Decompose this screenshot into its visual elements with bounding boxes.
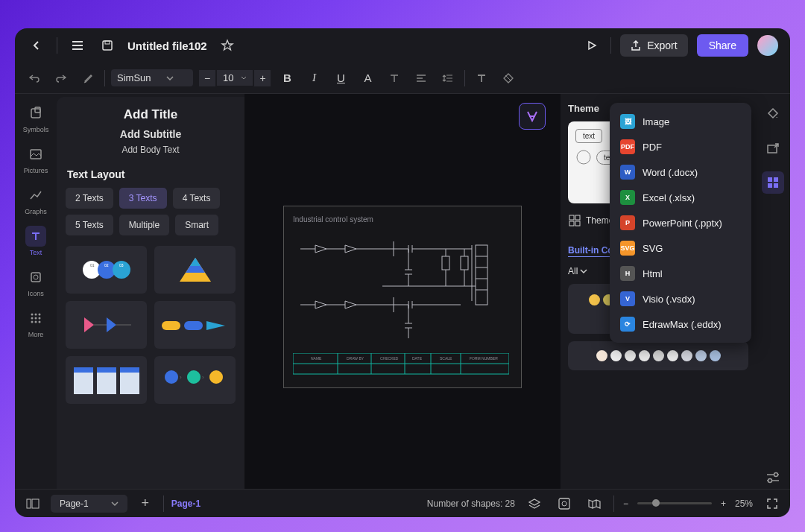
layers-icon[interactable] [524, 493, 545, 514]
rail-pictures[interactable]: Pictures [24, 144, 48, 174]
svg-rect-38 [476, 245, 487, 305]
color-swatch[interactable] [625, 350, 636, 361]
fullscreen-icon[interactable] [762, 493, 783, 514]
color-swatch[interactable] [610, 350, 622, 361]
page-layout-icon[interactable] [22, 493, 43, 514]
chip-4texts[interactable]: 4 Texts [173, 188, 221, 209]
undo-icon[interactable] [24, 68, 45, 89]
add-page-button[interactable]: + [135, 493, 156, 514]
add-subtitle-button[interactable]: Add Subtitle [66, 128, 236, 140]
text-style-button[interactable] [384, 68, 405, 89]
svg-rect-30 [74, 367, 93, 373]
palette-light[interactable] [568, 341, 748, 370]
chip-smart[interactable]: Smart [175, 215, 218, 235]
layout-chips: 2 Texts 3 Texts 4 Texts 5 Texts Multiple… [66, 188, 236, 235]
export-menu-item[interactable]: ⟳EdrawMax (.eddx) [610, 311, 751, 337]
avatar[interactable] [757, 35, 778, 56]
zoom-slider[interactable] [637, 502, 712, 504]
template-grid: 010203 ›› [66, 246, 236, 404]
svg-point-12 [35, 317, 37, 320]
color-swatch[interactable] [667, 350, 678, 361]
add-title-button[interactable]: Add Title [66, 107, 236, 122]
zoom-out-button[interactable]: − [623, 498, 628, 509]
page-tab[interactable]: Page-1 [171, 498, 201, 509]
star-icon[interactable] [218, 36, 237, 55]
color-swatch[interactable] [681, 350, 692, 361]
export-menu-item[interactable]: VVisio (.vsdx) [610, 286, 751, 311]
template-card[interactable] [154, 246, 236, 294]
template-card[interactable]: ›› [154, 356, 236, 404]
template-card[interactable] [66, 356, 147, 404]
color-swatch[interactable] [695, 350, 707, 361]
file-type-icon: 🖼 [620, 114, 635, 129]
save-icon[interactable] [98, 36, 117, 55]
export-icon [631, 40, 641, 51]
font-select[interactable]: SimSun [111, 69, 193, 86]
rail-graphs[interactable]: Graphs [25, 185, 47, 215]
color-swatch[interactable] [639, 350, 650, 361]
ai-button[interactable] [519, 103, 546, 130]
template-card[interactable] [154, 301, 236, 349]
underline-button[interactable]: U [330, 68, 351, 89]
chip-2texts[interactable]: 2 Texts [66, 188, 113, 209]
zoom-value[interactable]: 25% [735, 498, 753, 509]
font-color-button[interactable]: A [357, 68, 378, 89]
rail-icons[interactable]: Icons [25, 267, 46, 297]
export-menu-item[interactable]: SVGSVG [610, 235, 751, 261]
color-swatch[interactable] [653, 350, 664, 361]
map-icon[interactable] [584, 493, 604, 514]
rr-settings-icon[interactable] [762, 466, 784, 489]
canvas[interactable]: Industrial control system NAME D [244, 94, 561, 489]
rr-theme-icon[interactable] [762, 171, 784, 194]
file-title[interactable]: Untitled file102 [127, 39, 207, 52]
font-size-select[interactable]: 10 [217, 70, 253, 86]
chip-5texts[interactable]: 5 Texts [66, 215, 113, 235]
page-sel-label: Page-1 [60, 498, 89, 509]
page-select[interactable]: Page-1 [51, 495, 127, 513]
back-button[interactable] [27, 36, 46, 55]
rail-symbols[interactable]: Symbols [23, 103, 49, 133]
svg-text:CHECKED: CHECKED [380, 356, 399, 361]
pictures-icon [25, 144, 46, 165]
text-tool-button[interactable] [471, 68, 492, 89]
color-swatch[interactable] [589, 294, 600, 305]
menu-icon[interactable] [68, 36, 87, 55]
play-icon[interactable] [582, 36, 602, 55]
shape-tool-button[interactable] [498, 68, 519, 89]
export-menu-item[interactable]: WWord (.docx) [610, 159, 751, 185]
export-button[interactable]: Export [620, 34, 687, 57]
svg-rect-66 [575, 221, 580, 226]
share-button[interactable]: Share [697, 34, 748, 57]
chip-multiple[interactable]: Multiple [119, 215, 169, 235]
zoom-in-button[interactable]: + [721, 498, 726, 509]
bold-button[interactable]: B [277, 68, 297, 89]
file-type-icon: V [620, 291, 635, 306]
color-swatch[interactable] [596, 350, 607, 361]
redo-icon[interactable] [51, 68, 72, 89]
color-swatch[interactable] [710, 350, 721, 361]
export-menu-item[interactable]: 🖼Image [610, 109, 751, 134]
export-menu-item[interactable]: HHtml [610, 261, 751, 286]
focus-icon[interactable] [554, 493, 575, 514]
increase-size-button[interactable]: + [254, 70, 271, 86]
template-card[interactable] [66, 301, 147, 349]
rail-text[interactable]: Text [25, 226, 46, 256]
export-menu-item[interactable]: PDFPDF [610, 134, 751, 159]
italic-button[interactable]: I [303, 68, 324, 89]
brush-icon[interactable] [78, 68, 98, 89]
zoom-handle[interactable] [652, 499, 660, 507]
export-menu-item[interactable]: XExcel (.xlsx) [610, 185, 751, 210]
document[interactable]: Industrial control system NAME D [283, 206, 522, 388]
add-body-button[interactable]: Add Body Text [66, 145, 236, 155]
chip-3texts[interactable]: 3 Texts [119, 188, 167, 209]
template-card[interactable]: 010203 [66, 246, 147, 294]
line-spacing-button[interactable] [438, 68, 458, 89]
rail-more[interactable]: More [25, 308, 46, 338]
svg-rect-6 [31, 273, 40, 282]
export-menu-item[interactable]: PPowerPoint (.pptx) [610, 210, 751, 235]
rr-fill-icon[interactable] [762, 103, 784, 125]
decrease-size-button[interactable]: − [199, 70, 215, 86]
align-button[interactable] [411, 68, 432, 89]
chevron-down-icon [111, 501, 119, 507]
rr-export-icon[interactable] [762, 137, 784, 159]
